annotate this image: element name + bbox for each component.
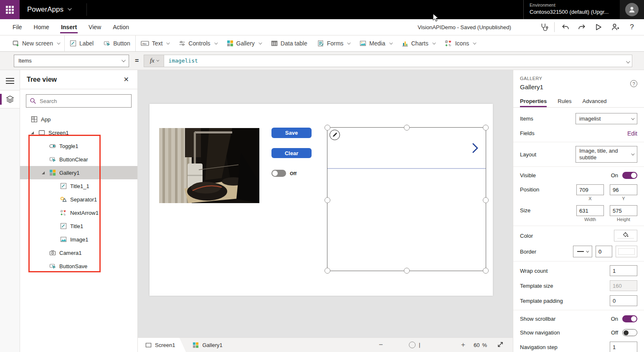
formula-input[interactable]: imagelist bbox=[164, 55, 632, 67]
formula-expand-button[interactable] bbox=[626, 58, 629, 65]
tab-advanced[interactable]: Advanced bbox=[583, 96, 607, 107]
search-input[interactable] bbox=[40, 98, 128, 104]
menu-home[interactable]: Home bbox=[33, 19, 50, 35]
breadcrumb-gallery1[interactable]: Gallery1 bbox=[193, 342, 222, 348]
redo-button[interactable] bbox=[576, 21, 588, 33]
tree-item-image1[interactable]: Image1 bbox=[20, 233, 137, 246]
clear-button[interactable]: Clear bbox=[271, 148, 312, 158]
resize-handle-e[interactable] bbox=[483, 197, 489, 203]
property-selector-value: Items bbox=[18, 58, 32, 64]
save-button[interactable]: Save bbox=[271, 128, 312, 138]
tree-item-toggle1[interactable]: Toggle1 bbox=[20, 139, 137, 153]
tree-item-gallery1[interactable]: Gallery1 bbox=[20, 166, 137, 179]
tree-item-separator1[interactable]: Separator1 bbox=[20, 193, 137, 206]
resize-handle-n[interactable] bbox=[404, 125, 410, 131]
zoom-slider-knob[interactable] bbox=[409, 342, 416, 348]
show-scrollbar-toggle[interactable]: On bbox=[611, 315, 637, 322]
resize-handle-ne[interactable] bbox=[483, 125, 489, 131]
toggle-track bbox=[622, 329, 637, 336]
gallery-edit-button[interactable] bbox=[330, 130, 340, 140]
tree-item-app[interactable]: App bbox=[20, 113, 137, 126]
ribbon-new-screen[interactable]: New screen bbox=[8, 35, 64, 51]
powerapps-studio: PowerApps Environment Contoso321500 (def… bbox=[0, 0, 644, 352]
tree-search[interactable] bbox=[26, 94, 132, 108]
menu-action[interactable]: Action bbox=[112, 19, 130, 35]
expanded-caret-icon[interactable] bbox=[31, 131, 34, 134]
zoom-out-button[interactable]: − bbox=[376, 341, 385, 349]
fx-selector[interactable]: fx bbox=[144, 55, 164, 67]
size-height-input[interactable] bbox=[610, 205, 637, 216]
zoom-in-button[interactable]: + bbox=[459, 341, 468, 349]
size-width-input[interactable] bbox=[576, 205, 604, 216]
chevron-down-icon bbox=[432, 41, 436, 44]
waffle-menu-button[interactable] bbox=[0, 0, 20, 19]
ribbon-text[interactable]: Abc Text bbox=[136, 35, 174, 51]
items-dropdown[interactable]: imagelist bbox=[576, 113, 637, 124]
ribbon-icons[interactable]: ♥ ↻ Icons bbox=[440, 35, 480, 51]
ribbon-gallery[interactable]: Gallery bbox=[222, 35, 266, 51]
tree-item-title1[interactable]: Title1 bbox=[20, 219, 137, 233]
position-x-input[interactable] bbox=[576, 184, 604, 195]
tree-item-camera1[interactable]: Camera1 bbox=[20, 246, 137, 259]
ribbon-data-table[interactable]: Data table bbox=[266, 35, 312, 51]
undo-button[interactable] bbox=[559, 21, 571, 33]
help-button[interactable]: ? bbox=[626, 21, 638, 33]
menu-view[interactable]: View bbox=[88, 19, 102, 35]
share-button[interactable] bbox=[609, 21, 621, 33]
ribbon-charts[interactable]: Charts bbox=[397, 35, 440, 51]
tree-item-screen1[interactable]: Screen1 bbox=[20, 126, 137, 139]
resize-handle-nw[interactable] bbox=[325, 125, 330, 131]
ribbon-forms[interactable]: Forms bbox=[312, 35, 355, 51]
border-style-dropdown[interactable] bbox=[573, 246, 592, 257]
resize-handle-s[interactable] bbox=[404, 268, 410, 274]
navigation-step-input[interactable] bbox=[610, 342, 637, 352]
collapse-panel-button[interactable] bbox=[0, 72, 20, 90]
text-icon: Abc bbox=[141, 40, 149, 47]
gallery-next-arrow[interactable] bbox=[470, 142, 480, 156]
tree-item-nextarrow1[interactable]: ♥ ↻ NextArrow1 bbox=[20, 206, 137, 219]
resize-handle-sw[interactable] bbox=[325, 268, 330, 274]
fields-edit-link[interactable]: Edit bbox=[627, 130, 637, 137]
captured-photo[interactable] bbox=[159, 128, 259, 203]
menu-insert[interactable]: Insert bbox=[60, 19, 78, 35]
account-button[interactable] bbox=[620, 0, 644, 19]
tab-rules[interactable]: Rules bbox=[558, 96, 571, 107]
resize-handle-se[interactable] bbox=[483, 268, 489, 274]
layout-dropdown[interactable]: Image, title, andsubtitle bbox=[576, 146, 637, 163]
property-selector[interactable]: Items bbox=[14, 55, 129, 67]
environment-picker[interactable]: Environment Contoso321500 (default) (Upg… bbox=[530, 3, 609, 15]
gallery1-control[interactable] bbox=[327, 127, 486, 271]
tree-item-buttonsave[interactable]: ButtonSave bbox=[20, 259, 137, 273]
top-app-bar: PowerApps Environment Contoso321500 (def… bbox=[0, 0, 644, 19]
screen-artboard[interactable]: Save Clear Off bbox=[150, 104, 493, 296]
breadcrumb-screen1[interactable]: Screen1 bbox=[138, 338, 186, 352]
rail-tree-view-button[interactable] bbox=[0, 90, 20, 108]
help-icon[interactable]: ? bbox=[630, 80, 637, 87]
ribbon-controls[interactable]: Controls bbox=[174, 35, 221, 51]
toggle-knob bbox=[624, 330, 629, 335]
size-row: Size Width Height bbox=[513, 203, 644, 224]
wrap-count-input[interactable] bbox=[610, 265, 637, 276]
tab-properties[interactable]: Properties bbox=[520, 96, 547, 107]
canvas-toggle[interactable]: Off bbox=[271, 170, 297, 177]
menu-file[interactable]: File bbox=[12, 19, 23, 35]
tree-item-buttonclear[interactable]: ButtonClear bbox=[20, 153, 137, 166]
close-icon[interactable]: ✕ bbox=[122, 74, 131, 85]
app-name-menu[interactable]: PowerApps bbox=[27, 5, 71, 14]
preview-button[interactable] bbox=[592, 21, 605, 33]
template-padding-input[interactable] bbox=[610, 295, 637, 306]
position-y-input[interactable] bbox=[610, 184, 637, 195]
fit-to-window-button[interactable] bbox=[497, 341, 504, 349]
ribbon-button[interactable]: Button bbox=[99, 35, 135, 51]
app-checker-button[interactable] bbox=[538, 21, 550, 33]
expanded-caret-icon[interactable] bbox=[42, 171, 45, 174]
ribbon-media[interactable]: Media bbox=[355, 35, 396, 51]
ribbon-label[interactable]: Label bbox=[65, 35, 99, 51]
color-picker-button[interactable] bbox=[614, 230, 637, 241]
border-color-swatch[interactable] bbox=[616, 246, 637, 257]
tree-item-title1-1[interactable]: Title1_1 bbox=[20, 179, 137, 193]
border-width-input[interactable] bbox=[596, 246, 612, 257]
resize-handle-w[interactable] bbox=[325, 197, 330, 203]
show-navigation-toggle[interactable]: Off bbox=[611, 329, 637, 336]
visible-toggle[interactable]: On bbox=[611, 172, 637, 179]
